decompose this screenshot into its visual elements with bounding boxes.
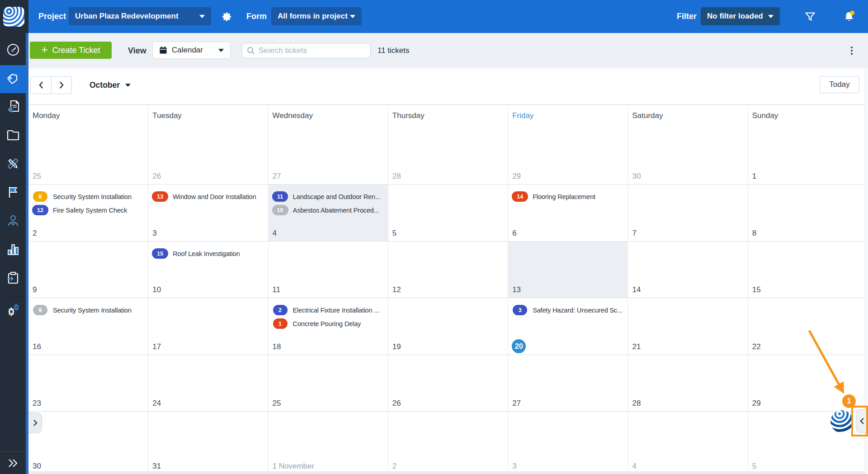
sidebar-item-settings[interactable] <box>0 296 26 325</box>
view-dropdown[interactable]: Calendar <box>152 42 231 59</box>
calendar-cell[interactable]: 11 <box>269 242 388 298</box>
calendar-cell[interactable]: Thursday28 <box>388 105 508 184</box>
previous-month-button[interactable] <box>30 76 51 94</box>
calendar-cell[interactable]: 25 <box>269 355 388 411</box>
calendar-cell[interactable]: 17 <box>148 298 268 355</box>
sidebar-item-tasks[interactable] <box>0 264 26 293</box>
sidebar-item-files[interactable] <box>0 122 26 150</box>
calendar-cell[interactable]: Tuesday26 <box>148 105 268 184</box>
calendar-cell[interactable]: 2 <box>388 412 508 474</box>
filter-dropdown[interactable]: No filter loaded <box>701 7 780 25</box>
ticket-event[interactable]: 9Security System Installation <box>31 305 146 315</box>
ticket-event[interactable]: 1Concrete Pouring Delay <box>271 318 386 329</box>
project-settings-gear-icon[interactable] <box>222 0 232 33</box>
ticket-event[interactable]: 15Roof Leak Investigation <box>151 248 266 259</box>
ticket-event[interactable]: 13Window and Door Installation <box>151 191 266 202</box>
calendar-cell[interactable]: 11Landscape and Outdoor Ren...10Asbestos… <box>269 185 388 241</box>
search-icon <box>247 47 255 55</box>
calendar-cell[interactable]: 30 <box>28 412 148 474</box>
calendar-cell[interactable]: 8 <box>748 185 868 241</box>
app-root: Project Urban Plaza Redevelopment Form A… <box>0 0 868 474</box>
ticket-number-badge: 9 <box>33 305 47 315</box>
calendar-cell[interactable]: Monday25 <box>28 105 148 184</box>
calendar-cell[interactable]: 19 <box>388 298 508 355</box>
next-month-button[interactable] <box>51 76 72 94</box>
ticket-event[interactable]: 3Safety Hazard: Unsecured Sc... <box>511 305 626 315</box>
calendar-cell[interactable]: 8Security System Installation12Fire Safe… <box>28 185 148 241</box>
calendar-cell[interactable]: 23 <box>28 355 148 411</box>
notifications-bell-icon[interactable] <box>843 0 855 33</box>
date-label: 1 November <box>273 462 315 470</box>
project-dropdown[interactable]: Urban Plaza Redevelopment <box>69 7 211 25</box>
ticket-title: Safety Hazard: Unsecured Sc... <box>533 307 623 314</box>
calendar-cell[interactable]: 15 <box>748 242 868 298</box>
more-options-kebab-icon[interactable] <box>848 33 855 68</box>
calendar-week-row: 23242526272829 <box>28 355 868 411</box>
calendar-cell[interactable]: 1 November <box>269 412 388 474</box>
calendar-cell[interactable]: 5 <box>388 185 508 241</box>
flag-icon <box>5 185 21 202</box>
date-label: 9 <box>33 286 37 294</box>
annotation-arrow <box>782 317 868 407</box>
sidebar-collapse-button[interactable] <box>0 455 26 471</box>
calendar-cell[interactable]: 15Roof Leak Investigation10 <box>148 242 268 298</box>
sidebar-item-forms[interactable] <box>0 93 26 122</box>
date-label: 2 <box>392 462 396 470</box>
ticket-event[interactable]: 10Asbestos Abatement Proced... <box>271 205 386 215</box>
date-label: 22 <box>752 343 761 351</box>
ticket-event[interactable]: 2Electrical Fixture Installation ... <box>271 305 386 315</box>
ticket-event[interactable]: 14Flooring Replacement <box>511 191 626 202</box>
calendar-grid: Monday25Tuesday26Wednesday27Thursday28Fr… <box>28 104 868 474</box>
calendar-cell[interactable]: Sunday1 <box>748 105 868 184</box>
ticket-event[interactable]: 11Landscape and Outdoor Ren... <box>271 191 386 202</box>
sidebar-item-tickets[interactable] <box>0 65 26 93</box>
calendar-cell[interactable]: 13Window and Door Installation3 <box>148 185 268 241</box>
document-gavel-icon <box>5 99 21 116</box>
chevron-down-icon <box>218 49 224 52</box>
sidebar-divider <box>0 451 26 452</box>
calendar-cell[interactable]: Friday29 <box>508 105 628 184</box>
sidebar-item-people[interactable] <box>0 207 26 236</box>
sidebar-item-dashboard[interactable] <box>0 36 26 65</box>
date-label: 26 <box>152 172 161 180</box>
calendar-cell[interactable]: 12 <box>388 242 508 298</box>
ticket-event[interactable]: 12Fire Safety System Check <box>31 205 146 215</box>
day-header: Thursday <box>392 111 425 120</box>
search-tickets-input[interactable] <box>259 46 358 55</box>
month-dropdown[interactable]: October <box>90 76 131 94</box>
funnel-filter-icon[interactable] <box>805 0 816 33</box>
calendar-cell[interactable]: Saturday30 <box>628 105 748 184</box>
calendar-cell[interactable]: 24 <box>148 355 268 411</box>
fieldwire-logo[interactable] <box>3 7 24 27</box>
date-label: 27 <box>512 399 521 407</box>
calendar-cell[interactable]: 7 <box>628 185 748 241</box>
calendar-cell[interactable]: 9Security System Installation16 <box>28 298 148 355</box>
date-label: 30 <box>632 172 641 180</box>
date-label: 3 <box>152 229 156 237</box>
sidebar-item-punch-list[interactable] <box>0 179 26 207</box>
calendar-cell[interactable]: 3Safety Hazard: Unsecured Sc...20 <box>508 298 628 355</box>
create-ticket-button[interactable]: + Create Ticket <box>30 42 112 59</box>
calendar-cell[interactable]: 4 <box>628 412 748 474</box>
calendar-cell[interactable]: 28 <box>628 355 748 411</box>
calendar-cell[interactable]: 31 <box>148 412 268 474</box>
calendar-cell[interactable]: 13 <box>508 242 628 298</box>
calendar-cell[interactable]: 2Electrical Fixture Installation ...1Con… <box>269 298 388 355</box>
calendar-cell[interactable]: 3 <box>508 412 628 474</box>
calendar-cell[interactable]: 14Flooring Replacement6 <box>508 185 628 241</box>
calendar-cell[interactable]: 9 <box>28 242 148 298</box>
ticket-number-badge: 11 <box>272 191 288 202</box>
day-header: Sunday <box>752 111 778 120</box>
calendar-cell[interactable]: Wednesday27 <box>269 105 388 184</box>
today-button[interactable]: Today <box>820 76 859 93</box>
ticket-event[interactable]: 8Security System Installation <box>31 191 146 202</box>
left-panel-expand-button[interactable] <box>28 412 42 433</box>
calendar-cell[interactable]: 27 <box>508 355 628 411</box>
sidebar-item-specifications[interactable] <box>0 150 26 179</box>
calendar-cell[interactable]: 26 <box>388 355 508 411</box>
calendar-cell[interactable]: 14 <box>628 242 748 298</box>
calendar-cell[interactable]: 21 <box>628 298 748 355</box>
sidebar-item-reports[interactable] <box>0 236 26 264</box>
ticket-title: Roof Leak Investigation <box>173 250 240 257</box>
form-dropdown[interactable]: All forms in project <box>271 7 362 25</box>
